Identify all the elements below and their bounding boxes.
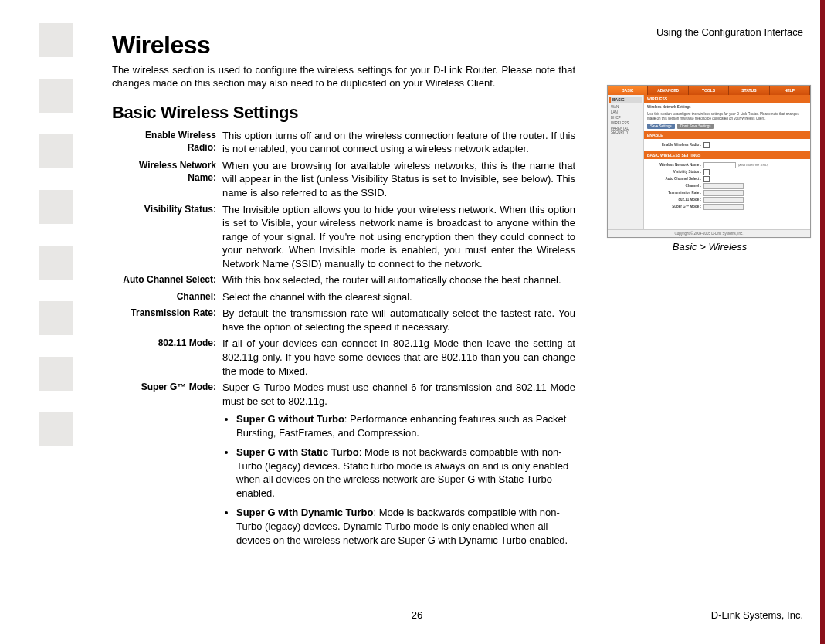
- bullet-super-g-static-turbo: Super G with Static Turbo: Mode is not b…: [236, 446, 575, 500]
- desc: If all of your devices can connect in 80…: [222, 337, 575, 378]
- field-label: Auto Channel Select :: [647, 177, 703, 181]
- screenshot-tabbar: BASIC ADVANCED TOOLS STATUS HELP: [608, 86, 810, 95]
- text-input: [703, 162, 736, 168]
- screenshot-main: WIRELESS Wireless Network Settings Use t…: [644, 95, 810, 229]
- select-input: [703, 197, 744, 203]
- tab-advanced: ADVANCED: [648, 86, 688, 95]
- tab-tools: TOOLS: [689, 86, 729, 95]
- term: 802.11 Mode:: [112, 337, 222, 349]
- bullet-super-g-dynamic-turbo: Super G with Dynamic Turbo: Mode is back…: [236, 506, 575, 547]
- desc: The Invisible option allows you to hide …: [222, 203, 575, 271]
- term: Wireless Network Name:: [112, 159, 222, 184]
- field-label: Visibility Status :: [647, 170, 703, 174]
- super-g-desc: Super G Turbo Modes must use channel 6 f…: [222, 381, 575, 407]
- desc: This option turns off and on the wireles…: [222, 129, 575, 156]
- deco-square: [39, 301, 73, 335]
- field-hint: (Also called the SSID): [738, 163, 768, 167]
- decorative-side-squares: [39, 23, 85, 468]
- section-subtitle: Basic Wireless Settings: [112, 103, 575, 123]
- term: Visibility Status:: [112, 203, 222, 215]
- panel-header: BASIC WIRELESS SETTINGS: [644, 151, 810, 159]
- select-input: [703, 204, 744, 210]
- deco-square: [39, 134, 73, 168]
- setting-visibility-status: Visibility Status: The Invisible option …: [112, 203, 575, 271]
- sidenav-item: WAN: [609, 104, 642, 110]
- desc: Select the channel with the clearest sig…: [222, 290, 575, 304]
- setting-super-g-mode: Super G™ Mode: Super G Turbo Modes must …: [112, 381, 575, 553]
- panel-header: ENABLE: [644, 131, 810, 139]
- setting-channel: Channel: Select the channel with the cle…: [112, 290, 575, 304]
- footer-company: D-Link Systems, Inc.: [711, 609, 803, 621]
- field-label: 802.11 Mode :: [647, 198, 703, 202]
- tab-basic: BASIC: [608, 86, 648, 95]
- desc: When you are browsing for available wire…: [222, 159, 575, 200]
- setting-wireless-network-name: Wireless Network Name: When you are brow…: [112, 159, 575, 200]
- field-label: Transmission Rate :: [647, 191, 703, 195]
- screenshot-footer: Copyright © 2004-2005 D-Link Systems, In…: [608, 229, 810, 238]
- sidenav-head: BASIC: [609, 97, 642, 103]
- term: Enable Wireless Radio:: [112, 129, 222, 154]
- term: Super G™ Mode:: [112, 381, 222, 393]
- sidenav-item: DHCP: [609, 115, 642, 120]
- field-label: Channel :: [647, 184, 703, 188]
- page-title: Wireless: [112, 31, 575, 59]
- inline-screenshot: BASIC ADVANCED TOOLS STATUS HELP BASIC W…: [607, 85, 811, 238]
- decorative-right-bar: [820, 0, 825, 644]
- screenshot-sidenav: BASIC WAN LAN DHCP WIRELESS PARENTAL SEC…: [608, 95, 644, 229]
- dont-save-button: Don't Save Settings: [677, 124, 714, 129]
- setting-auto-channel-select: Auto Channel Select: With this box selec…: [112, 273, 575, 287]
- sidenav-item: WIRELESS: [609, 120, 642, 126]
- field-label: Enable Wireless Radio :: [647, 143, 703, 147]
- save-button: Save Settings: [647, 124, 675, 129]
- intro-paragraph: The wireless section is used to configur…: [112, 64, 575, 90]
- term: Transmission Rate:: [112, 307, 222, 319]
- desc: With this box selected, the router will …: [222, 273, 575, 287]
- settings-list: Enable Wireless Radio: This option turns…: [112, 129, 575, 553]
- field-label: Wireless Network Name :: [647, 163, 703, 167]
- tab-status: STATUS: [729, 86, 769, 95]
- radio-icon: [703, 169, 710, 175]
- panel-header: WIRELESS: [644, 95, 810, 103]
- checkbox-icon: [703, 142, 710, 148]
- bullet-super-g-without-turbo: Super G without Turbo: Performance enhan…: [236, 412, 575, 439]
- deco-square: [39, 412, 73, 446]
- setting-enable-wireless-radio: Enable Wireless Radio: This option turns…: [112, 129, 575, 156]
- field-label: Super G™ Mode :: [647, 205, 703, 208]
- deco-square: [39, 23, 73, 57]
- setting-80211-mode: 802.11 Mode: If all of your devices can …: [112, 337, 575, 378]
- select-input: [703, 183, 744, 189]
- setting-transmission-rate: Transmission Rate: By default the transm…: [112, 307, 575, 334]
- term: Channel:: [112, 290, 222, 303]
- checkbox-icon: [703, 176, 710, 182]
- desc: Super G Turbo Modes must use channel 6 f…: [222, 381, 575, 553]
- panel-title: Wireless Network Settings: [647, 105, 690, 109]
- deco-square: [39, 357, 73, 391]
- screenshot-caption: Basic > Wireless: [609, 241, 811, 253]
- deco-square: [39, 246, 73, 280]
- panel-text: Use this section to configure the wirele…: [647, 112, 807, 121]
- tab-help: HELP: [770, 86, 810, 95]
- desc: By default the transmission rate will au…: [222, 307, 575, 334]
- main-content: Wireless The wireless section is used to…: [112, 31, 575, 556]
- term: Auto Channel Select:: [112, 273, 222, 286]
- super-g-bullets: Super G without Turbo: Performance enhan…: [222, 412, 575, 547]
- sidenav-item: PARENTAL SECURITY: [609, 126, 642, 135]
- deco-square: [39, 190, 73, 224]
- header-breadcrumb: Using the Configuration Interface: [656, 26, 803, 38]
- deco-square: [39, 79, 73, 113]
- sidenav-item: LAN: [609, 110, 642, 115]
- page-number: 26: [0, 609, 834, 621]
- select-input: [703, 190, 744, 196]
